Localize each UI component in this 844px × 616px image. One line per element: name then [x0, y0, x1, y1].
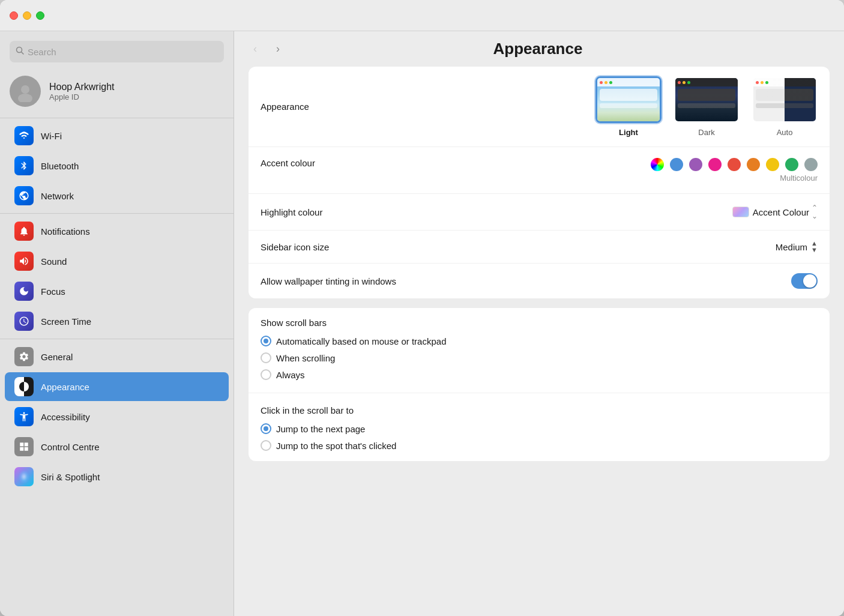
sidebar-item-siri[interactable]: Siri & Spotlight [5, 462, 229, 491]
toggle-knob [803, 274, 816, 288]
thumb-dot-red-auto [756, 81, 759, 84]
maximize-button[interactable] [36, 11, 44, 20]
appearance-options: Light [595, 76, 818, 137]
sidebar-item-focus[interactable]: Focus [5, 277, 229, 306]
sidebar-item-controlcentre[interactable]: Control Centre [5, 432, 229, 461]
appearance-thumb-auto [752, 76, 818, 123]
user-profile[interactable]: Hoop Arkwright Apple ID [0, 70, 234, 115]
sidebar-item-wifi[interactable]: Wi-Fi [5, 121, 229, 150]
wifi-icon [14, 126, 34, 145]
user-name: Hoop Arkwright [49, 82, 115, 92]
thumb-dot-green-dark [687, 81, 690, 84]
scroll-scrolling-radio[interactable] [261, 352, 271, 363]
sidebar-item-label-bluetooth: Bluetooth [41, 161, 79, 171]
appearance-option-row: Appearance [249, 67, 830, 147]
appearance-option-light[interactable]: Light [595, 76, 662, 137]
sidebar-icon-size-container: Medium ▲▼ [329, 240, 818, 253]
scroll-always-label: Always [276, 370, 305, 380]
appearance-options-container: Light [309, 76, 818, 137]
main-layout: Search Hoop Arkwright Apple ID [0, 31, 844, 616]
sidebar-item-sound[interactable]: Sound [5, 247, 229, 276]
appearance-option-dark[interactable]: Dark [674, 76, 740, 137]
highlight-colour-row: Highlight colour Accent Colour ⌃⌄ [249, 194, 830, 231]
sidebar-item-label-notifications: Notifications [41, 226, 90, 237]
sidebar-item-accessibility[interactable]: Accessibility [5, 402, 229, 431]
scroll-nextpage-label: Jump to the next page [276, 424, 365, 434]
sidebar-divider-3 [0, 339, 234, 339]
sidebar-item-bluetooth[interactable]: Bluetooth [5, 151, 229, 180]
sidebar-item-notifications[interactable]: Notifications [5, 217, 229, 246]
titlebar [0, 0, 844, 31]
sidebar-divider [0, 118, 234, 118]
scroll-always-option[interactable]: Always [261, 366, 818, 383]
general-icon [14, 347, 34, 366]
content-header: ‹ › Appearance [234, 31, 844, 67]
thumb-dot-red [600, 81, 603, 84]
user-info: Hoop Arkwright Apple ID [49, 82, 115, 101]
accent-dot-orange[interactable] [747, 158, 760, 171]
sidebar-item-general[interactable]: General [5, 342, 229, 371]
highlight-dropdown[interactable]: Accent Colour ⌃⌄ [732, 204, 818, 220]
back-button[interactable]: ‹ [249, 40, 262, 58]
forward-button[interactable]: › [271, 40, 285, 58]
appearance-card: Appearance [249, 67, 830, 298]
scroll-scrolling-label: When scrolling [276, 353, 335, 363]
sidebar-item-label-controlcentre: Control Centre [41, 442, 100, 452]
chevron-updown-icon: ⌃⌄ [812, 204, 818, 220]
highlight-preview [732, 207, 749, 217]
thumb-dot-red-dark [678, 81, 681, 84]
scroll-auto-option[interactable]: Automatically based on mouse or trackpad [261, 333, 818, 349]
search-bar[interactable]: Search [10, 41, 224, 62]
accent-dot-red[interactable] [728, 158, 741, 171]
svg-point-2 [21, 85, 29, 94]
appearance-option-auto-label: Auto [777, 128, 793, 137]
sidebar-item-label-screentime: Screen Time [41, 316, 91, 327]
accent-dot-yellow[interactable] [766, 158, 779, 171]
page-title: Appearance [294, 40, 782, 58]
thumb-dot-yellow-auto [761, 81, 764, 84]
thumb-dot-green [609, 81, 612, 84]
sound-icon [14, 252, 34, 271]
accent-dot-blue[interactable] [670, 158, 683, 171]
scroll-auto-radio[interactable] [261, 336, 271, 346]
close-button[interactable] [10, 11, 18, 20]
scroll-nextpage-option[interactable]: Jump to the next page [261, 420, 818, 437]
sidebar: Search Hoop Arkwright Apple ID [0, 31, 234, 616]
wallpaper-tinting-toggle[interactable] [791, 273, 818, 289]
svg-line-1 [22, 52, 24, 55]
scroll-scrolling-option[interactable]: When scrolling [261, 349, 818, 366]
minimize-button[interactable] [23, 11, 31, 20]
scroll-always-radio[interactable] [261, 369, 271, 380]
wallpaper-tinting-row: Allow wallpaper tinting in windows [249, 264, 830, 298]
search-placeholder: Search [28, 47, 56, 57]
scroll-auto-label: Automatically based on mouse or trackpad [276, 336, 446, 346]
sidebar-icon-size-label: Sidebar icon size [261, 242, 329, 252]
bluetooth-icon [14, 156, 34, 175]
scroll-nextpage-radio[interactable] [261, 423, 271, 434]
accent-dot-graphite[interactable] [804, 158, 818, 171]
sidebar-item-screentime[interactable]: Screen Time [5, 307, 229, 336]
sidebar-divider-2 [0, 213, 234, 214]
notifications-icon [14, 222, 34, 241]
sidebar-item-network[interactable]: Network [5, 181, 229, 210]
accent-dot-purple[interactable] [689, 158, 702, 171]
appearance-option-light-label: Light [619, 128, 638, 137]
sidebar-icon-size-row: Sidebar icon size Medium ▲▼ [249, 231, 830, 264]
sidebar-icon-size-dropdown[interactable]: Medium ▲▼ [776, 240, 818, 253]
wallpaper-tinting-toggle-container [396, 273, 818, 289]
scroll-jumpspot-label: Jump to the spot that's clicked [276, 441, 396, 451]
controlcentre-icon [14, 437, 34, 456]
sidebar-icon-size-value: Medium [776, 242, 807, 252]
accessibility-icon [14, 407, 34, 426]
scroll-jumpspot-option[interactable]: Jump to the spot that's clicked [261, 437, 818, 454]
appearance-option-auto[interactable]: Auto [752, 76, 818, 137]
network-icon [14, 186, 34, 205]
accent-dot-multicolor[interactable] [651, 158, 664, 171]
scroll-bars-options: Automatically based on mouse or trackpad… [249, 333, 830, 390]
scroll-jumpspot-radio[interactable] [261, 440, 271, 451]
traffic-lights [10, 11, 44, 20]
accent-dot-green[interactable] [785, 158, 798, 171]
highlight-colour-label: Highlight colour [261, 207, 322, 217]
accent-dot-pink[interactable] [708, 158, 722, 171]
sidebar-item-appearance[interactable]: Appearance [5, 372, 229, 401]
